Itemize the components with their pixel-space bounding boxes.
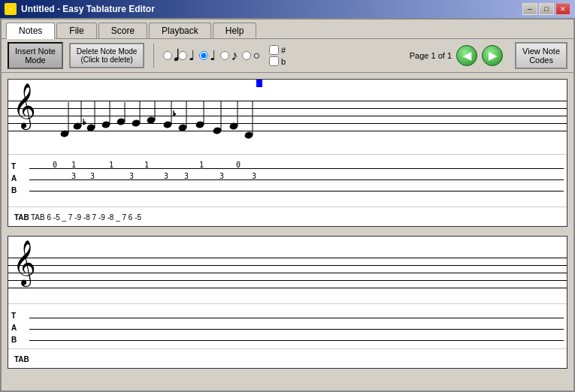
treble-clef-1: 𝄞 [13,86,36,125]
svg-text:♭: ♭ [173,110,176,117]
radio-whole[interactable] [163,51,172,60]
insert-note-mode-button[interactable]: Insert Note Mode [8,42,63,69]
tabs-bar: Notes File Score Playback Help [2,20,573,39]
staff2-line-1 [8,258,567,258]
tab2-string-2 [29,329,564,330]
prev-page-button[interactable]: ◀ [456,45,477,66]
maximize-button[interactable]: □ [539,3,554,15]
main-window: Notes File Score Playback Help Insert No… [0,18,575,392]
delete-note-mode-button[interactable]: Delete Note Mode (Click to delete) [69,43,145,68]
window-controls: ─ □ ✕ [522,3,570,15]
staff2-line-2 [8,265,567,266]
svg-point-18 [178,124,187,131]
note-type-selector: 𝅗𝅥 ♩ ♩ ♪ ○ [163,48,260,63]
quarter-note-symbol: ♩ [210,49,216,62]
note-radio-whole[interactable]: 𝅗𝅥 [163,48,174,63]
tab-playback[interactable]: Playback [149,23,211,38]
tab2-string-3 [29,340,564,341]
svg-text:3: 3 [71,172,76,180]
note-radio-eighth[interactable]: ♪ [220,49,238,62]
radio-half[interactable] [178,51,187,60]
tab-label-1: TAB [11,161,16,197]
radio-eighth[interactable] [220,51,229,60]
tab-score[interactable]: Score [98,23,147,38]
svg-text:0: 0 [53,161,57,169]
svg-point-15 [163,121,172,128]
staff2-line-5 [8,288,567,288]
tab-text-label-2: TAB [14,355,29,363]
eighth-note-symbol: ♪ [231,49,238,62]
note-radio-open[interactable]: ○ [242,50,260,62]
svg-point-20 [195,121,204,128]
svg-text:1: 1 [109,161,113,169]
svg-text:3: 3 [184,172,189,180]
view-note-codes-button[interactable]: View Note Codes [515,42,567,69]
radio-quarter[interactable] [199,51,208,60]
tab2-string-1 [29,318,564,318]
tab-text-content-1: TAB 6 -5 _ 7 -9 -8 7 -9 -8 _ 7 6 -5 [31,213,141,222]
close-button[interactable]: ✕ [555,3,570,15]
note-radio-half[interactable]: ♩ [178,49,195,62]
svg-point-0 [60,130,69,137]
sharp-checkbox[interactable] [269,45,279,55]
flat-checkbox[interactable] [269,56,279,66]
view-note-codes-line1: View Note [522,47,560,56]
tab-label-2: TAB [11,310,16,346]
tab-file[interactable]: File [56,23,96,38]
tab-text-label-1: TAB [14,213,29,222]
next-page-button[interactable]: ▶ [482,45,503,66]
page-navigation: Page 1 of 1 ◀ ▶ [410,45,503,66]
svg-text:3: 3 [129,172,134,180]
view-note-codes-line2: Codes [522,56,560,65]
svg-text:1: 1 [199,161,204,169]
staff-section-2: 𝄞 TAB TAB [8,236,567,369]
half-note-symbol: ♩ [189,49,195,62]
minimize-button[interactable]: ─ [522,3,537,15]
tab-help[interactable]: Help [213,23,257,38]
page-info: Page 1 of 1 [410,51,452,60]
svg-point-7 [101,121,110,128]
app-icon: ♪ [5,3,17,15]
svg-text:0: 0 [236,161,241,169]
svg-text:3: 3 [90,172,95,180]
toolbar: Insert Note Mode Delete Note Mode (Click… [2,39,573,73]
tab-text-row-2: TAB [8,349,567,369]
svg-point-24 [229,122,238,130]
notation-svg: ♭ [31,80,567,154]
flat-checkbox-group[interactable]: b [269,56,286,66]
content-area[interactable]: 𝄞 [2,73,573,390]
sharp-checkbox-group[interactable]: # [269,45,286,55]
tab-notes[interactable]: Notes [6,23,55,39]
svg-point-22 [213,127,222,134]
staff2-line-3 [8,273,567,273]
toolbar-separator-1 [153,44,154,68]
svg-point-5 [86,124,95,131]
open-note-symbol: ○ [253,50,260,62]
svg-text:♭: ♭ [83,118,86,126]
note-radio-quarter[interactable]: ♩ [199,49,216,62]
sharp-label: # [281,46,286,55]
cursor [256,80,262,87]
title-bar: ♪ Untitled - Easy Tablature Editor ─ □ ✕ [0,0,575,18]
svg-point-9 [117,118,126,125]
staff2-line-4 [8,280,567,281]
accidental-checkboxes: # b [269,45,286,66]
tab-numbers-svg: 0 1 3 3 1 3 1 [29,155,565,207]
flat-label: b [281,57,286,66]
treble-clef-2: 𝄞 [13,243,36,282]
svg-point-13 [147,116,156,124]
svg-text:3: 3 [164,172,168,180]
svg-point-11 [132,119,141,127]
radio-open[interactable] [242,51,251,60]
svg-point-2 [73,122,82,130]
window-title: Untitled - Easy Tablature Editor [21,4,155,14]
svg-text:1: 1 [71,161,76,169]
svg-text:3: 3 [219,172,224,180]
svg-text:1: 1 [144,161,149,169]
svg-text:3: 3 [252,172,256,180]
tab-text-row-1: TAB TAB 6 -5 _ 7 -9 -8 7 -9 -8 _ 7 6 -5 [8,207,567,227]
svg-point-26 [244,131,253,139]
staff-section-1: 𝄞 [8,79,567,227]
